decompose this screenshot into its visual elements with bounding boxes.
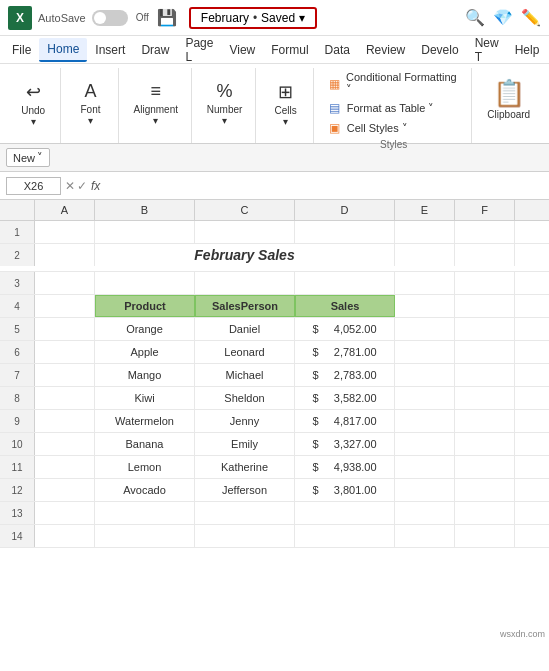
- col-header-b[interactable]: B: [95, 200, 195, 220]
- diamond-icon[interactable]: 💎: [493, 8, 513, 27]
- cell-e13[interactable]: [395, 502, 455, 524]
- cell-b10[interactable]: Banana: [95, 433, 195, 455]
- cell-a13[interactable]: [35, 502, 95, 524]
- cell-f12[interactable]: [455, 479, 515, 501]
- cell-f6[interactable]: [455, 341, 515, 363]
- cell-styles-button[interactable]: ▣ Cell Styles ˅: [324, 119, 464, 137]
- cell-a7[interactable]: [35, 364, 95, 386]
- cell-d12[interactable]: $ 3,801.00: [295, 479, 395, 501]
- cell-a12[interactable]: [35, 479, 95, 501]
- cells-button[interactable]: ⊞ Cells ▾: [266, 77, 306, 131]
- cell-e11[interactable]: [395, 456, 455, 478]
- cell-d6[interactable]: $ 2,781.00: [295, 341, 395, 363]
- cell-b12[interactable]: Avocado: [95, 479, 195, 501]
- cell-e5[interactable]: [395, 318, 455, 340]
- cell-b5[interactable]: Orange: [95, 318, 195, 340]
- undo-button[interactable]: ↩ Undo ▾: [13, 77, 53, 131]
- menu-newt[interactable]: New T: [467, 32, 507, 68]
- font-dropdown[interactable]: ▾: [88, 115, 93, 126]
- cell-f8[interactable]: [455, 387, 515, 409]
- cell-c9[interactable]: Jenny: [195, 410, 295, 432]
- format-as-table-button[interactable]: ▤ Format as Table ˅: [324, 99, 464, 117]
- cell-c13[interactable]: [195, 502, 295, 524]
- menu-formulas[interactable]: Formul: [263, 39, 316, 61]
- file-title[interactable]: February • Saved ▾: [189, 7, 317, 29]
- col-header-c[interactable]: C: [195, 200, 295, 220]
- cell-e7[interactable]: [395, 364, 455, 386]
- cell-b6[interactable]: Apple: [95, 341, 195, 363]
- cell-a10[interactable]: [35, 433, 95, 455]
- cell-e6[interactable]: [395, 341, 455, 363]
- cell-f13[interactable]: [455, 502, 515, 524]
- menu-review[interactable]: Review: [358, 39, 413, 61]
- cell-d1[interactable]: [295, 221, 395, 243]
- cancel-formula-icon[interactable]: ✕: [65, 179, 75, 193]
- menu-file[interactable]: File: [4, 39, 39, 61]
- cell-c11[interactable]: Katherine: [195, 456, 295, 478]
- confirm-formula-icon[interactable]: ✓: [77, 179, 87, 193]
- cell-e14[interactable]: [395, 525, 455, 547]
- cell-f9[interactable]: [455, 410, 515, 432]
- cell-c8[interactable]: Sheldon: [195, 387, 295, 409]
- cell-f5[interactable]: [455, 318, 515, 340]
- alignment-dropdown[interactable]: ▾: [153, 115, 158, 126]
- number-dropdown[interactable]: ▾: [222, 115, 227, 126]
- font-button[interactable]: A Font ▾: [71, 77, 111, 130]
- menu-developer[interactable]: Develo: [413, 39, 466, 61]
- cell-b9[interactable]: Watermelon: [95, 410, 195, 432]
- cell-reference-input[interactable]: [6, 177, 61, 195]
- pen-icon[interactable]: ✏️: [521, 8, 541, 27]
- col-header-f[interactable]: F: [455, 200, 515, 220]
- cell-e8[interactable]: [395, 387, 455, 409]
- cell-a8[interactable]: [35, 387, 95, 409]
- cell-b14[interactable]: [95, 525, 195, 547]
- cell-e3[interactable]: [395, 272, 455, 294]
- cell-f11[interactable]: [455, 456, 515, 478]
- cells-dropdown[interactable]: ▾: [283, 116, 288, 127]
- undo-dropdown[interactable]: ▾: [31, 116, 36, 127]
- menu-home[interactable]: Home: [39, 38, 87, 62]
- cell-a3[interactable]: [35, 272, 95, 294]
- col-header-e[interactable]: E: [395, 200, 455, 220]
- cell-c1[interactable]: [195, 221, 295, 243]
- cell-d13[interactable]: [295, 502, 395, 524]
- cell-c6[interactable]: Leonard: [195, 341, 295, 363]
- cell-b11[interactable]: Lemon: [95, 456, 195, 478]
- cell-c4-header[interactable]: SalesPerson: [195, 295, 295, 317]
- cell-a6[interactable]: [35, 341, 95, 363]
- menu-data[interactable]: Data: [317, 39, 358, 61]
- menu-pagelayout[interactable]: Page L: [177, 32, 221, 68]
- col-header-d[interactable]: D: [295, 200, 395, 220]
- menu-insert[interactable]: Insert: [87, 39, 133, 61]
- col-header-a[interactable]: A: [35, 200, 95, 220]
- cell-d9[interactable]: $ 4,817.00: [295, 410, 395, 432]
- title-dropdown-arrow[interactable]: ▾: [299, 11, 305, 25]
- cell-f7[interactable]: [455, 364, 515, 386]
- autosave-toggle[interactable]: [92, 10, 128, 26]
- cell-a14[interactable]: [35, 525, 95, 547]
- cell-b3[interactable]: [95, 272, 195, 294]
- cell-d4-header[interactable]: Sales: [295, 295, 395, 317]
- cell-b4-header[interactable]: Product: [95, 295, 195, 317]
- save-icon[interactable]: 💾: [157, 8, 177, 27]
- cell-f2[interactable]: [455, 244, 515, 266]
- cell-d14[interactable]: [295, 525, 395, 547]
- conditional-formatting-button[interactable]: ▦ Conditional Formatting ˅: [324, 70, 464, 97]
- cell-f4[interactable]: [455, 295, 515, 317]
- cell-d5[interactable]: $ 4,052.00: [295, 318, 395, 340]
- cell-c10[interactable]: Emily: [195, 433, 295, 455]
- cell-e12[interactable]: [395, 479, 455, 501]
- cell-d3[interactable]: [295, 272, 395, 294]
- cell-d10[interactable]: $ 3,327.00: [295, 433, 395, 455]
- formula-input[interactable]: [106, 184, 543, 188]
- cell-b8[interactable]: Kiwi: [95, 387, 195, 409]
- cell-b1[interactable]: [95, 221, 195, 243]
- cell-c12[interactable]: Jefferson: [195, 479, 295, 501]
- cell-f14[interactable]: [455, 525, 515, 547]
- cell-c14[interactable]: [195, 525, 295, 547]
- new-button[interactable]: New ˅: [6, 148, 50, 167]
- cell-c5[interactable]: Daniel: [195, 318, 295, 340]
- alignment-button[interactable]: ≡ Alignment ▾: [128, 77, 184, 130]
- menu-view[interactable]: View: [221, 39, 263, 61]
- cell-c3[interactable]: [195, 272, 295, 294]
